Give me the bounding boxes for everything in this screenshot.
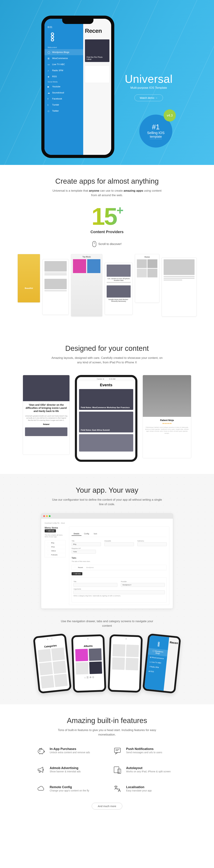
tabs-section-title: Tabs [71, 557, 167, 559]
menu-items-title: Menu items + Add new [44, 526, 65, 532]
drawer-item-soundcloud[interactable]: ☁Soundcloud [44, 90, 83, 96]
tab-list-item[interactable]: ⋮⋮Recent Wordpress [72, 566, 166, 569]
radio-icon: ♪ [48, 69, 50, 72]
drawer-item-woocommerce[interactable]: ⊞WooCommerce [44, 55, 83, 61]
tumblr-icon: t [48, 104, 50, 106]
drawer-item-facebook[interactable]: fFacebook [44, 96, 83, 102]
list-item[interactable]: ⋮⋮Videos [45, 549, 65, 553]
field-label: Drawable [104, 540, 134, 542]
list-item[interactable]: ⋮⋮Blog [45, 541, 65, 545]
feature-autolayout: AutolayoutWorks on any iPad, iPhone & sp… [112, 765, 178, 775]
feature-title: Push Notifications [126, 747, 162, 751]
iap-select[interactable]: False [71, 550, 96, 554]
feature-desc: Unlock extra content and remove ads [50, 751, 90, 754]
drag-icon: ⋮⋮ [47, 546, 50, 548]
peek-small-card[interactable] [85, 65, 110, 83]
plus-icon: + [116, 204, 122, 217]
article-hero-image [23, 375, 69, 401]
tab-details[interactable]: Details [71, 532, 82, 536]
features-section: Amazing built-in features Tons of built-… [0, 704, 214, 822]
soundcloud-icon: ☁ [48, 92, 50, 94]
menu-list: ⋮⋮Blog ⋮⋮Shop ⋮⋮Videos ⋮⋮Podcasts [44, 540, 65, 558]
facebook-icon: f [48, 98, 50, 100]
version-badge: v4.3 [164, 110, 176, 122]
yourway-section: Your app. Your way Use our configurator … [0, 474, 214, 704]
article-body: Universal's greatest double act Laurel a… [23, 415, 69, 422]
svg-point-6 [38, 749, 44, 753]
create-title: Create apps for almost anything [10, 177, 204, 185]
and-much-more-button[interactable]: And much more [92, 803, 122, 809]
features-desc: Tons of built-in features to give you a … [52, 728, 162, 737]
add-new-button[interactable]: + Add new [44, 529, 56, 532]
svg-point-5 [158, 645, 159, 647]
hero-subtitle: Multi-purpose IOS Template [125, 86, 173, 90]
provider-select[interactable]: Wordpress ▾ [121, 583, 165, 587]
peek-title: Recen [85, 27, 110, 34]
product-title: Patient Ninja [143, 417, 191, 422]
list-item[interactable]: ⋮⋮Podcasts [45, 553, 65, 557]
app-logo-icon [151, 641, 166, 648]
nav-device-categories: ☰ ◎ Categories [33, 633, 71, 694]
drawer-section-label: Webcontent [44, 45, 83, 49]
feature-desc: Show banner & interstial ads [50, 770, 81, 773]
badge-line2: template [150, 135, 162, 139]
tv-icon: ▭ [48, 63, 50, 66]
nav-device-empty: ☰ [108, 634, 143, 693]
watch-demo-button[interactable]: Watch demo → [134, 94, 163, 101]
svg-rect-12 [114, 767, 119, 773]
feature-desc: Change your app's content on the fly [50, 789, 89, 792]
hero-section: 6:01 Webcontent ◯Wordpress Blogs ⊞WooCom… [0, 0, 214, 165]
drawer-item-twitter[interactable]: ◇Twitter [44, 108, 83, 114]
tabs-note: The tabs of this menu item. [71, 561, 167, 562]
features-title: Amazing built-in features [18, 716, 196, 725]
collage-card: Home [135, 254, 159, 303]
drag-icon: ⋮⋮ [73, 567, 77, 568]
drawer-item-wordpress[interactable]: ◯Wordpress Blogs [44, 49, 83, 55]
event-card[interactable] [79, 434, 133, 452]
collage-card [42, 259, 69, 315]
device-product: Patient Ninja ★★★★★ Pellentesque habitan… [143, 375, 191, 458]
feature-remote: Remote ConfigChange your app's content o… [36, 784, 102, 794]
drawer-section-label-2: Social Media [44, 80, 83, 84]
svg-point-2 [51, 39, 54, 41]
field-label: Title [71, 540, 101, 542]
title-input[interactable]: Blog [71, 542, 101, 546]
drawer-item-rss[interactable]: ◈RSS [44, 73, 83, 80]
tab-config[interactable]: Config [82, 532, 91, 535]
add-tab-button[interactable]: + Add new [71, 572, 82, 575]
phone-notch [62, 19, 93, 24]
menu-note: This list contains all menu items of you… [44, 534, 65, 538]
events-title: Events [77, 381, 135, 389]
svg-point-4 [158, 644, 159, 645]
related-label: Related [23, 421, 69, 427]
nav-drawer: 6:01 Webcontent ◯Wordpress Blogs ⊞WooCom… [44, 19, 83, 155]
peek-article-card[interactable]: Find the Per Photo Librar [85, 39, 110, 62]
hero-title: Universal [125, 72, 173, 85]
drawer-item-radio[interactable]: ♪Radio 3FM [44, 67, 83, 73]
drawer-item-youtube[interactable]: ▶Youtube [44, 84, 83, 90]
status-time: 6:01 [44, 26, 83, 28]
drawer-item-tumblr[interactable]: tTumblr [44, 102, 83, 108]
phone-mockup: 6:01 Webcontent ◯Wordpress Blogs ⊞WooCom… [41, 16, 114, 158]
tab-icon[interactable]: Icon [92, 532, 99, 535]
create-desc: Universal is a template that anyone can … [52, 189, 162, 197]
configurator-mockup: Download Config File About Menu items + … [41, 513, 173, 609]
drawer-item-livetv[interactable]: ▭Live TV ABC [44, 61, 83, 67]
drawable-input[interactable] [104, 542, 134, 546]
tab-title-input[interactable] [73, 583, 117, 587]
minimize-dot-icon [46, 515, 48, 517]
field-label: Submenu [137, 540, 167, 542]
albums-title: Albums [73, 641, 103, 649]
chat-bubble-icon [112, 745, 123, 756]
scroll-hint: Scroll to discover! [10, 241, 204, 247]
drag-icon: ⋮⋮ [47, 550, 50, 552]
svg-point-1 [51, 36, 54, 38]
piggybank-icon [36, 745, 46, 756]
submenu-input[interactable] [137, 542, 167, 546]
event-card[interactable]: Field Notes: WooCommerce Workshop San Fr… [79, 389, 133, 410]
list-item[interactable]: ⋮⋮Shop [45, 545, 65, 549]
yourway-title: Your app. Your way [10, 486, 204, 494]
arguments-input[interactable] [73, 590, 165, 594]
feature-title: Autolayout [126, 766, 171, 770]
event-card[interactable]: Field Notes: East Africa Summit [79, 412, 133, 432]
